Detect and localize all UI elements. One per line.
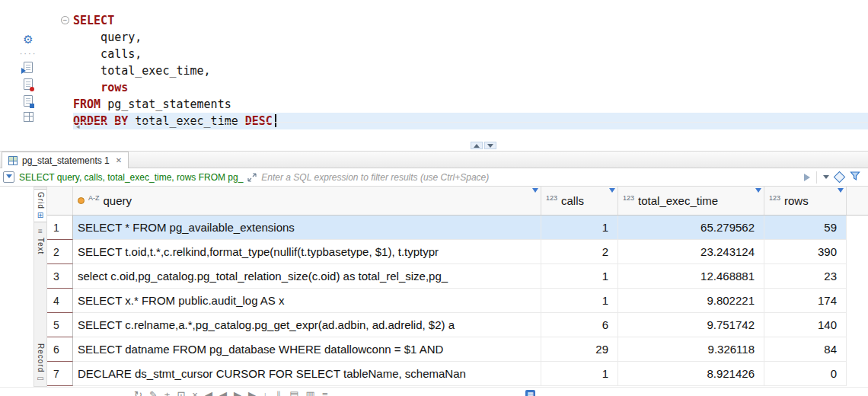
cell-calls[interactable]: 1 <box>541 362 618 386</box>
editor-hscrollbar[interactable]: ◂ <box>73 122 868 131</box>
cell-filler[interactable] <box>847 289 868 313</box>
filter-input[interactable]: Enter a SQL expression to filter results… <box>261 172 799 183</box>
column-header-rows[interactable]: 123 rows <box>764 187 847 215</box>
column-header-calls[interactable]: 123 calls <box>541 187 618 215</box>
overflow-dots-icon[interactable]: ···· <box>20 50 37 56</box>
table-row[interactable]: 6SELECT datname FROM pg_database WHERE d… <box>47 337 868 362</box>
cell-filler[interactable] <box>847 362 868 386</box>
cell-filler[interactable] <box>847 216 868 240</box>
scroll-left-icon[interactable]: ◂ <box>76 123 80 130</box>
column-menu-icon[interactable] <box>532 188 538 193</box>
cell-filler[interactable] <box>847 313 868 337</box>
sql-editor[interactable]: ⚙···· − SELECT query, calls, total_exec_… <box>0 0 868 131</box>
row-number[interactable]: 3 <box>47 264 73 289</box>
code-line[interactable]: rows <box>73 79 868 96</box>
cell-filler[interactable] <box>847 264 868 289</box>
cell-query[interactable]: SELECT x.* FROM public.audit_log AS x <box>73 289 541 313</box>
cell-rows[interactable]: 84 <box>764 337 847 362</box>
corner-cell[interactable] <box>47 187 73 215</box>
column-header-query[interactable]: A-Z query <box>73 187 541 215</box>
row-number[interactable]: 5 <box>47 313 73 337</box>
column-menu-icon[interactable] <box>838 188 844 193</box>
cell-rows[interactable]: 23 <box>764 264 847 289</box>
cell-query[interactable]: SELECT t.oid,t.*,c.relkind,format_type(n… <box>73 240 541 264</box>
close-icon[interactable]: ✕ <box>116 156 122 164</box>
cell-calls[interactable]: 2 <box>541 240 618 264</box>
cell-calls[interactable]: 1 <box>541 264 618 289</box>
value-view-icon[interactable]: ▦ <box>525 390 535 396</box>
doc-arrow-icon[interactable] <box>24 62 33 73</box>
panels-icon[interactable]: ▥ <box>306 390 315 396</box>
panel-grid-icon[interactable] <box>24 112 34 122</box>
apply-filter-icon[interactable] <box>804 174 810 181</box>
fold-collapse-icon[interactable]: − <box>61 16 69 24</box>
column-menu-icon[interactable] <box>609 188 615 193</box>
column-header-total-exec-time[interactable]: 123 total_exec_time <box>618 187 764 215</box>
cell-total-exec-time[interactable]: 9.326118 <box>618 337 764 362</box>
table-row[interactable]: 5SELECT c.relname,a.*,pg_catalog.pg_get_… <box>47 313 868 337</box>
delete-row-icon[interactable]: × <box>192 390 198 396</box>
first-row-icon[interactable]: ◀ <box>205 390 212 396</box>
prev-row-icon[interactable]: ◀ <box>219 390 227 396</box>
cell-filler[interactable] <box>847 337 868 362</box>
doc-red-dot-icon[interactable] <box>24 78 33 90</box>
code-lines[interactable]: SELECT query, calls, total_exec_time, ro… <box>73 12 868 129</box>
cell-query[interactable]: SELECT datname FROM pg_database WHERE da… <box>73 337 541 362</box>
row-number[interactable]: 4 <box>47 289 73 313</box>
table-row[interactable]: 2SELECT t.oid,t.*,c.relkind,format_type(… <box>47 240 868 264</box>
export-icon[interactable]: ▤ <box>289 390 298 396</box>
collapse-down-button[interactable] <box>484 142 496 149</box>
collapse-up-button[interactable] <box>471 142 483 149</box>
cell-calls[interactable]: 6 <box>541 313 618 337</box>
refresh-icon[interactable]: ↻ <box>134 390 142 396</box>
fetch-all-icon[interactable]: ⇓ <box>274 390 282 396</box>
copy-row-icon[interactable]: ⊡ <box>177 390 185 396</box>
fetch-page-icon[interactable]: ↓ <box>263 390 268 396</box>
cell-total-exec-time[interactable]: 9.751742 <box>618 313 764 337</box>
next-row-icon[interactable]: ▶ <box>234 390 241 396</box>
row-number[interactable]: 2 <box>47 240 73 264</box>
table-row[interactable]: 4SELECT x.* FROM public.audit_log AS x19… <box>47 289 868 313</box>
pane-splitter[interactable] <box>0 140 868 151</box>
cell-query[interactable]: select c.oid,pg_catalog.pg_total_relatio… <box>73 264 541 289</box>
code-line[interactable]: SELECT <box>73 12 868 29</box>
cell-total-exec-time[interactable]: 8.921426 <box>618 362 764 386</box>
add-row-icon[interactable]: + <box>164 390 171 396</box>
cell-calls[interactable]: 1 <box>541 216 618 240</box>
expand-filter-icon[interactable] <box>247 173 257 182</box>
filter-settings-icon[interactable] <box>850 171 860 184</box>
cell-calls[interactable]: 29 <box>541 337 618 362</box>
cell-rows[interactable]: 59 <box>764 216 847 240</box>
last-row-icon[interactable]: ▶ <box>248 390 256 396</box>
cell-total-exec-time[interactable]: 23.243124 <box>618 240 764 264</box>
table-row[interactable]: 7DECLARE ds_stmt_cursor CURSOR FOR SELEC… <box>47 362 868 386</box>
code-line[interactable]: query, <box>73 29 868 46</box>
doc-lines-icon[interactable] <box>24 95 33 107</box>
cell-query[interactable]: DECLARE ds_stmt_cursor CURSOR FOR SELECT… <box>73 362 541 386</box>
column-menu-icon[interactable] <box>755 188 761 193</box>
cell-filler[interactable] <box>847 240 868 264</box>
tab-grid-view[interactable]: Grid ⊞ <box>34 189 46 222</box>
row-number[interactable]: 1 <box>47 216 73 240</box>
code-line[interactable]: FROM pg_stat_statements <box>73 96 868 113</box>
cell-total-exec-time[interactable]: 65.279562 <box>618 216 764 240</box>
cell-query[interactable]: SELECT c.relname,a.*,pg_catalog.pg_get_e… <box>73 313 541 337</box>
filter-history-icon[interactable] <box>823 175 829 179</box>
cell-query[interactable]: SELECT * FROM pg_available_extensions <box>73 216 541 240</box>
tab-text-view[interactable]: ≡ Text <box>34 225 46 257</box>
cell-rows[interactable]: 140 <box>764 313 847 337</box>
table-row[interactable]: 1SELECT * FROM pg_available_extensions16… <box>47 216 868 240</box>
table-row[interactable]: 3select c.oid,pg_catalog.pg_total_relati… <box>47 264 868 289</box>
tab-record-view[interactable]: Record ▭ <box>34 341 46 385</box>
cell-calls[interactable]: 1 <box>541 289 618 313</box>
cell-rows[interactable]: 0 <box>764 362 847 386</box>
cell-total-exec-time[interactable]: 9.802221 <box>618 289 764 313</box>
filter-current-query[interactable]: SELECT query, calls, total_exec_time, ro… <box>19 172 243 183</box>
row-number[interactable]: 7 <box>47 362 73 386</box>
gear-icon[interactable]: ⚙ <box>23 34 33 45</box>
edit-cell-icon[interactable]: ✎ <box>149 390 158 396</box>
cell-total-exec-time[interactable]: 12.468881 <box>618 264 764 289</box>
erase-filter-icon[interactable] <box>834 171 846 184</box>
layout-icon[interactable]: ≡ <box>322 390 328 396</box>
row-number[interactable]: 6 <box>47 337 73 362</box>
